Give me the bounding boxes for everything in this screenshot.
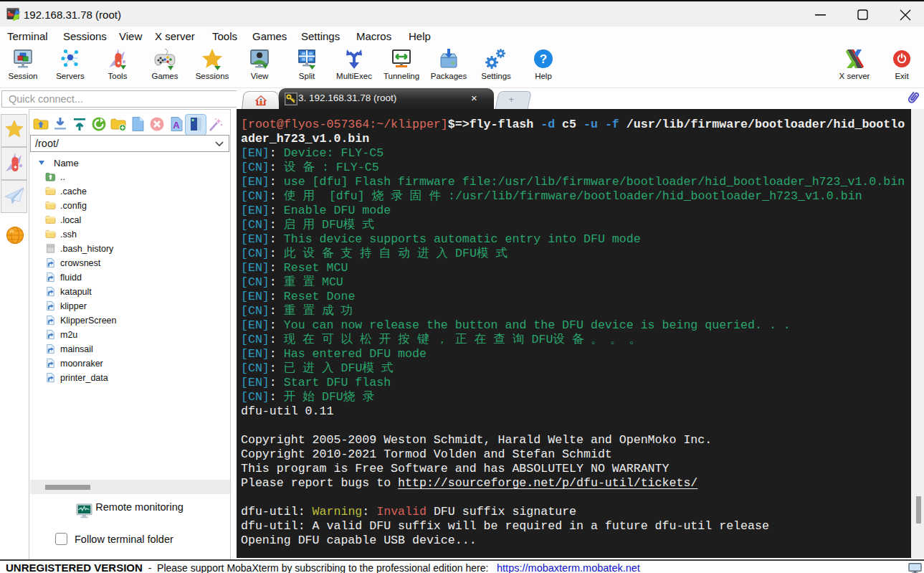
svg-text:A: A: [173, 120, 180, 131]
svg-text:?: ?: [540, 52, 547, 66]
